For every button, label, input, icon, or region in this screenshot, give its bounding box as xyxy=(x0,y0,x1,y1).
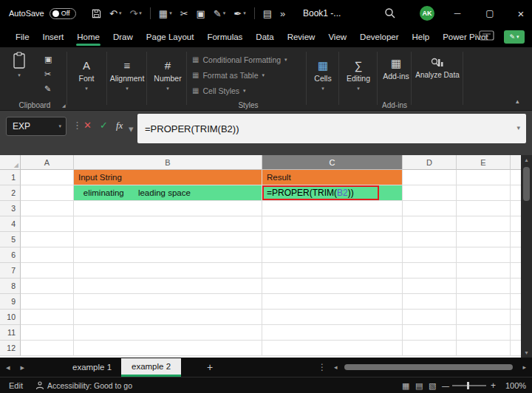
row-header-11[interactable]: 11 xyxy=(0,325,21,341)
cell[interactable] xyxy=(74,263,262,278)
tab-help[interactable]: Help xyxy=(406,28,437,47)
picture-button[interactable]: ▣ xyxy=(197,8,205,19)
scroll-left-icon[interactable]: ◂ xyxy=(334,358,338,377)
tab-formulas[interactable]: Formulas xyxy=(200,28,249,47)
cut-icon[interactable]: ✂ xyxy=(44,69,52,79)
undo-button[interactable]: ↶ ▾ xyxy=(109,8,121,19)
cell[interactable] xyxy=(457,216,511,232)
cell-A2[interactable] xyxy=(21,185,74,201)
formula-input[interactable]: =PROPER(TRIM(B2)) ▾ xyxy=(137,114,526,143)
cell[interactable] xyxy=(403,278,457,294)
cell[interactable] xyxy=(262,263,403,278)
avatar[interactable]: AK xyxy=(420,6,434,21)
comments-button[interactable] xyxy=(479,30,495,43)
cell-E1[interactable] xyxy=(457,170,511,185)
cell[interactable] xyxy=(21,232,74,247)
zoom-in-button[interactable]: + xyxy=(491,377,496,393)
previous-sheet-icon[interactable]: ◂ xyxy=(6,363,10,372)
column-header-e[interactable]: E xyxy=(457,155,511,170)
tab-view[interactable]: View xyxy=(321,28,353,47)
analyze-data-button[interactable]: Analyze Data xyxy=(414,58,461,79)
paste-button[interactable]: ▾ xyxy=(12,52,27,78)
close-button[interactable]: × xyxy=(507,0,532,27)
editing-group-button[interactable]: ∑ Editing ▾ xyxy=(341,52,376,99)
cell[interactable] xyxy=(262,310,403,325)
row-header-3[interactable]: 3 xyxy=(0,201,21,216)
format-painter-icon[interactable]: ✎ xyxy=(44,84,52,94)
restore-button[interactable]: ▢ xyxy=(476,0,504,27)
cell[interactable] xyxy=(262,341,403,356)
page-break-view-button[interactable]: ▧ xyxy=(429,377,436,393)
paste-special-icon[interactable]: ▣ xyxy=(44,55,52,64)
cell[interactable] xyxy=(262,247,403,263)
cell[interactable] xyxy=(457,247,511,263)
cell[interactable] xyxy=(457,263,511,278)
add-ins-button[interactable]: ▦ Add-ins xyxy=(380,58,412,81)
collapse-ribbon-button[interactable]: ▴ xyxy=(516,98,519,105)
cell[interactable] xyxy=(262,201,403,216)
cell[interactable] xyxy=(74,325,262,341)
alignment-group-button[interactable]: ≡ Alignment ▾ xyxy=(108,52,146,99)
row-header-9[interactable]: 9 xyxy=(0,294,21,310)
cell[interactable] xyxy=(74,341,262,356)
tab-page-layout[interactable]: Page Layout xyxy=(140,28,201,47)
format-painter-button[interactable]: ✎ ▾ xyxy=(214,8,225,19)
row-header-1[interactable]: 1 xyxy=(0,170,21,185)
cell[interactable] xyxy=(403,341,457,356)
row-header-4[interactable]: 4 xyxy=(0,216,21,232)
tab-data[interactable]: Data xyxy=(249,28,280,47)
cell[interactable] xyxy=(21,201,74,216)
font-group-button[interactable]: A Font ▾ xyxy=(69,52,103,99)
save-button[interactable] xyxy=(92,9,101,18)
ink-pen-button[interactable]: ✒ ▾ xyxy=(233,8,245,19)
cell[interactable] xyxy=(74,247,262,263)
scroll-up-icon[interactable]: ▴ xyxy=(521,157,532,163)
cell[interactable] xyxy=(262,294,403,310)
tab-draw[interactable]: Draw xyxy=(106,28,140,47)
sheet-tab-example-1[interactable]: example 1 xyxy=(62,358,122,377)
cell[interactable] xyxy=(403,232,457,247)
in-cell-formula-editor[interactable]: =PROPER(TRIM(B2)) xyxy=(262,185,379,200)
dialog-launcher-icon[interactable]: ◢ xyxy=(62,103,66,108)
autosave-toggle[interactable]: Off xyxy=(50,8,76,19)
conditional-formatting-button[interactable]: ▦ Conditional Formatting ▾ xyxy=(192,52,304,67)
cell[interactable] xyxy=(457,325,511,341)
tab-review[interactable]: Review xyxy=(281,28,322,47)
cell[interactable] xyxy=(457,294,511,310)
vertical-scrollbar-thumb[interactable] xyxy=(523,167,530,201)
row-header-8[interactable]: 8 xyxy=(0,278,21,294)
name-box[interactable]: EXP ▾ xyxy=(6,117,66,136)
cut-button[interactable]: ✂ xyxy=(180,8,188,19)
new-sheet-button[interactable]: + xyxy=(201,358,219,377)
row-header-2[interactable]: 2 xyxy=(0,185,21,201)
zoom-level[interactable]: 100% xyxy=(505,377,526,393)
cell-D1[interactable] xyxy=(403,170,457,185)
cell[interactable] xyxy=(262,232,403,247)
cell[interactable] xyxy=(457,341,511,356)
cell[interactable] xyxy=(403,201,457,216)
cell[interactable] xyxy=(403,294,457,310)
cell[interactable] xyxy=(457,232,511,247)
cell[interactable] xyxy=(403,247,457,263)
cell-E2[interactable] xyxy=(457,185,511,201)
minimize-button[interactable]: ─ xyxy=(443,0,471,27)
scroll-right-icon[interactable]: ▸ xyxy=(522,358,526,377)
cell[interactable] xyxy=(403,263,457,278)
cell[interactable] xyxy=(21,341,74,356)
cells-group-button[interactable]: ▦ Cells ▾ xyxy=(308,52,338,99)
cancel-button[interactable]: ✕ xyxy=(83,120,92,131)
cell-C1[interactable]: Result xyxy=(262,170,403,185)
cell-A1[interactable] xyxy=(21,170,74,185)
row-header-6[interactable]: 6 xyxy=(0,247,21,263)
cell[interactable] xyxy=(21,294,74,310)
cell[interactable] xyxy=(262,325,403,341)
cell[interactable] xyxy=(74,232,262,247)
search-button[interactable] xyxy=(384,7,398,21)
enter-button[interactable]: ✓ xyxy=(100,120,108,131)
zoom-slider-thumb[interactable] xyxy=(467,382,469,389)
editing-mode-button[interactable]: ✎ ▾ xyxy=(504,30,525,44)
tab-home[interactable]: Home xyxy=(70,28,106,47)
sheet-tab-example-2[interactable]: example 2 xyxy=(121,358,181,377)
insert-function-button[interactable]: fx xyxy=(116,120,123,131)
cell-styles-button[interactable]: ▦ Cell Styles ▾ xyxy=(192,83,304,98)
